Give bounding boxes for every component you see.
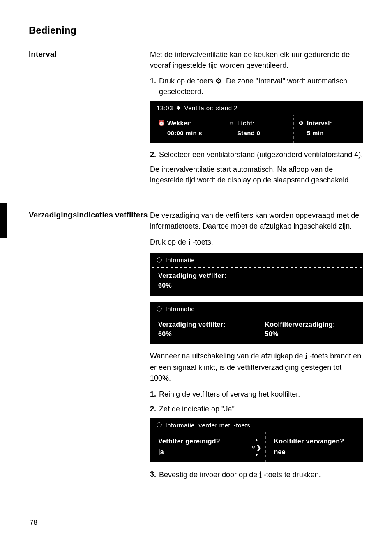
display-time: 13:03 <box>157 104 173 113</box>
info-icon: ⓘ <box>157 305 162 313</box>
col-title-text: Licht: <box>237 119 255 128</box>
section-heading: Verzadigingsindicaties vetfilters <box>29 210 150 220</box>
step-1: 1. Reinig de vetfilters of vervang het k… <box>150 389 363 400</box>
outro-text: De intervalventilatie start automatisch.… <box>150 164 363 185</box>
page-edge-tab <box>0 203 7 238</box>
arrow-up-icon: ▴ <box>256 437 258 443</box>
display-col-interval: ⚙Interval: 5 min <box>294 115 363 143</box>
light-icon: ☼ <box>228 120 235 127</box>
page-content: Bediening Interval Met de intervalventil… <box>0 0 392 485</box>
display-body: Verzadiging vetfilter: 60% <box>150 268 363 296</box>
text-fragment: Wanneer na uitschakeling van de afzuigka… <box>150 352 305 360</box>
display-header-text: Ventilator: stand 2 <box>184 104 238 113</box>
display-header-text: Informatie, verder met i-toets <box>166 421 251 430</box>
page-title: Bediening <box>29 25 363 36</box>
display-line: 60% <box>158 281 358 290</box>
text-fragment: Druk op de <box>150 238 188 246</box>
prompt-left: Vetfilter gereinigd? ja <box>150 432 248 462</box>
title-rule <box>29 39 363 39</box>
display-line: Verzadiging vetfilter: <box>158 320 252 329</box>
display-line: Verzadiging vetfilter: <box>158 271 358 280</box>
display-header: ⓘ Informatie <box>150 253 363 268</box>
display-right: Koolfilterverzadiging: 50% <box>257 316 364 344</box>
prompt-answer: ja <box>158 447 243 457</box>
device-display-prompt: ⓘ Informatie, verder met i-toets Vetfilt… <box>150 418 363 462</box>
display-col-licht: ☼Licht: Stand 0 <box>224 115 294 143</box>
arrow-down-icon: ▾ <box>256 452 258 458</box>
interval-icon: ⚙ <box>215 77 222 85</box>
display-header: ⓘ Informatie <box>150 302 363 316</box>
display-line: 60% <box>158 329 252 339</box>
text-fragment: Druk op de toets <box>159 77 215 85</box>
display-body: Verzadiging vetfilter: 60% Koolfilterver… <box>150 316 363 344</box>
text-fragment: -toets. <box>191 238 213 246</box>
page-number: 78 <box>30 519 37 527</box>
device-display-info-double: ⓘ Informatie Verzadiging vetfilter: 60% … <box>150 302 363 344</box>
step-2: 2. Selecteer een ventilatorstand (uitgez… <box>150 149 363 160</box>
display-line: Koolfilterverzadiging: <box>265 320 359 329</box>
step-1: 1. Druk op de toets ⚙. De zone "Interval… <box>150 76 363 97</box>
intro-text: De verzadiging van de vetfilters kan wor… <box>150 210 363 231</box>
step-text: Bevestig de invoer door op de i -toets t… <box>159 469 363 481</box>
col-value: 5 min <box>298 129 359 138</box>
col-value: 00:00 min s <box>158 129 219 138</box>
col-title-text: Interval: <box>307 119 332 128</box>
press-instruction: Druk op de i -toets. <box>150 236 363 248</box>
step-number: 1. <box>150 389 159 400</box>
display-header: 13:03 ✱ Ventilator: stand 2 <box>150 101 363 115</box>
arrow-right-icon: ❯ <box>256 443 261 452</box>
display-col-wekker: ⏰Wekker: 00:00 min s <box>150 115 224 143</box>
intro-text: Met de intervalventilatie kan de keuken … <box>150 49 363 71</box>
nav-pad: ▴ ⊙ ❯ ▾ <box>248 432 266 462</box>
display-body: Vetfilter gereinigd? ja ▴ ⊙ ❯ ▾ <box>150 432 363 462</box>
info-icon: ⓘ <box>157 256 162 264</box>
step-number: 3. <box>150 469 159 481</box>
display-line: 50% <box>265 329 359 339</box>
step-number: 2. <box>150 149 159 160</box>
text-fragment: -toets te drukken. <box>262 471 321 479</box>
step-number: 1. <box>150 76 159 97</box>
display-columns: ⏰Wekker: 00:00 min s ☼Licht: Stand 0 ⚙In… <box>150 115 363 143</box>
step-text: Selecteer een ventilatorstand (uitgezond… <box>159 149 363 160</box>
display-header: ⓘ Informatie, verder met i-toets <box>150 418 363 433</box>
step-2: 2. Zet de indicatie op "Ja". <box>150 404 363 414</box>
prompt-question: Koolfilter vervangen? <box>274 436 359 446</box>
alarm-icon: ⏰ <box>158 120 165 127</box>
section-interval: Interval Met de intervalventilatie kan d… <box>29 49 363 190</box>
step-number: 2. <box>150 404 159 414</box>
interval-icon: ⚙ <box>298 120 304 127</box>
device-display-interval: 13:03 ✱ Ventilator: stand 2 ⏰Wekker: 00:… <box>150 101 363 142</box>
col-value: Stand 0 <box>228 129 289 138</box>
display-left: Verzadiging vetfilter: 60% <box>150 316 257 344</box>
section-vetfilters: Verzadigingsindicaties vetfilters De ver… <box>29 210 363 485</box>
prompt-question: Vetfilter gereinigd? <box>158 436 243 446</box>
display-header-text: Informatie <box>166 305 195 314</box>
step-text: Reinig de vetfilters of vervang het kool… <box>159 389 363 400</box>
center-icon: ⊙ <box>252 444 255 450</box>
text-fragment: Bevestig de invoer door op de <box>159 471 259 479</box>
step-text: Druk op de toets ⚙. De zone "Interval" w… <box>159 76 363 97</box>
step-text: Zet de indicatie op "Ja". <box>159 404 363 414</box>
warning-text: Wanneer na uitschakeling van de afzuigka… <box>150 350 363 383</box>
section-heading: Interval <box>29 49 150 60</box>
step-3: 3. Bevestig de invoer door op de i -toet… <box>150 469 363 481</box>
col-title-text: Wekker: <box>167 119 192 128</box>
info-icon: ⓘ <box>157 421 162 429</box>
prompt-answer: nee <box>274 447 359 457</box>
display-header-text: Informatie <box>166 256 195 265</box>
fan-icon: ✱ <box>176 104 181 112</box>
device-display-info-single: ⓘ Informatie Verzadiging vetfilter: 60% <box>150 253 363 296</box>
prompt-right: Koolfilter vervangen? nee <box>266 432 364 462</box>
